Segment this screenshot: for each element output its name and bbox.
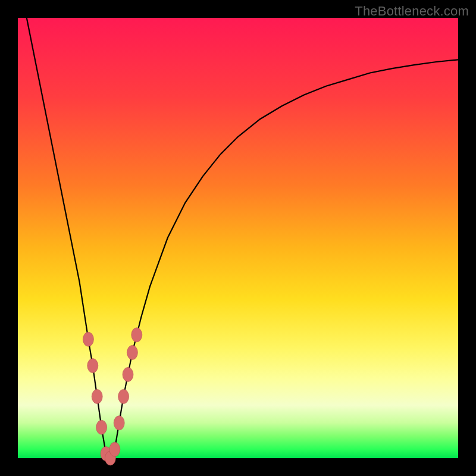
data-marker — [127, 345, 137, 359]
data-marker — [96, 420, 107, 434]
data-marker — [131, 328, 142, 342]
curve-layer — [18, 18, 458, 458]
plot-area — [18, 18, 458, 458]
data-marker — [92, 389, 102, 403]
data-marker — [87, 359, 98, 373]
data-marker — [109, 442, 120, 456]
data-marker — [123, 367, 133, 381]
bottleneck-curve — [27, 18, 458, 458]
data-marker — [118, 389, 129, 403]
data-marker — [83, 332, 93, 346]
marker-group — [83, 328, 142, 465]
chart-frame: TheBottleneck.com — [0, 0, 476, 476]
data-marker — [114, 416, 124, 430]
watermark-text: TheBottleneck.com — [355, 4, 469, 19]
